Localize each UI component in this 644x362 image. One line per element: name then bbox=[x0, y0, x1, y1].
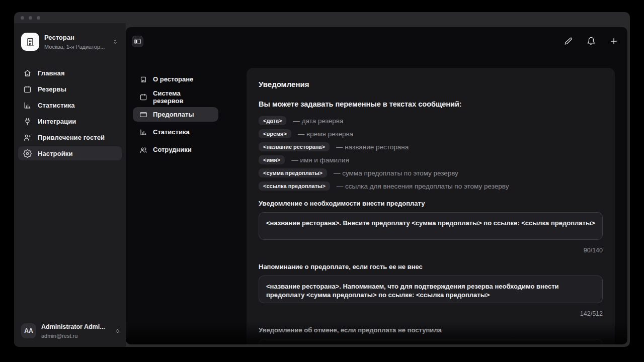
sidebar-item-label: Главная bbox=[38, 69, 65, 77]
variable-row: <сумма предоплаты> — сумма предоплаты по… bbox=[259, 168, 603, 178]
content-panel: О ресторане Система резервов Предоплаты … bbox=[126, 27, 627, 344]
home-icon bbox=[23, 69, 32, 77]
field-label-cancellation-notice: Уведомление об отмене, если предоплата н… bbox=[259, 326, 603, 334]
variable-description: — имя и фамилия bbox=[291, 156, 349, 164]
prepayment-reminder-textarea[interactable]: <название ресторана>. Напоминаем, что дл… bbox=[259, 276, 603, 303]
restaurant-selector[interactable]: Ресторан Москва, 1-я Радиатор... bbox=[21, 32, 119, 51]
building-icon bbox=[21, 33, 39, 51]
variable-tag: <название ресторана> bbox=[259, 142, 330, 151]
primary-sidebar: Ресторан Москва, 1-я Радиатор... Главная… bbox=[14, 23, 126, 347]
variables-heading: Вы можете задавать переменные в текстах … bbox=[259, 100, 603, 109]
sidebar-item-guest-acquisition[interactable]: Привлечение гостей bbox=[18, 130, 122, 144]
user-name: Administrator Admi... bbox=[41, 323, 105, 330]
settings-tab-label: Сотрудники bbox=[153, 146, 192, 153]
variable-description: — название ресторана bbox=[336, 143, 409, 151]
window-close-button[interactable] bbox=[21, 16, 24, 20]
field-label-prepayment-request: Уведомление о необходимости внести предо… bbox=[259, 200, 603, 208]
field-label-prepayment-reminder: Напоминание о предоплате, если гость ее … bbox=[259, 263, 603, 271]
window-zoom-button[interactable] bbox=[37, 16, 40, 20]
bar-chart-icon bbox=[139, 128, 147, 136]
plus-icon[interactable] bbox=[609, 37, 618, 46]
variable-tag: <имя> bbox=[259, 155, 285, 164]
sidebar-item-settings[interactable]: Настройки bbox=[18, 146, 122, 160]
window-titlebar bbox=[14, 12, 630, 23]
sidebar-item-label: Статистика bbox=[38, 102, 75, 109]
credit-card-icon bbox=[139, 111, 147, 119]
variable-tag: <время> bbox=[259, 129, 291, 138]
sidebar-item-label: Настройки bbox=[38, 150, 73, 157]
people-icon bbox=[139, 146, 147, 154]
page-title: Уведомления bbox=[259, 80, 603, 89]
window-controls[interactable] bbox=[21, 16, 40, 20]
variable-row: <имя> — имя и фамилия bbox=[259, 155, 603, 165]
header-actions bbox=[564, 37, 618, 46]
sidebar-item-label: Резервы bbox=[38, 85, 66, 93]
sidebar-item-label: Интеграции bbox=[38, 118, 76, 125]
settings-tab-label: О ресторане bbox=[153, 75, 193, 83]
calendar-icon bbox=[23, 85, 32, 94]
window-minimize-button[interactable] bbox=[29, 16, 32, 20]
avatar: AA bbox=[21, 323, 36, 338]
restaurant-location: Москва, 1-я Радиатор... bbox=[44, 44, 105, 50]
user-email: admin@rest.ru bbox=[41, 333, 77, 339]
bell-icon[interactable] bbox=[587, 37, 596, 46]
variable-tag: <дата> bbox=[259, 116, 286, 125]
settings-tab-label: Предоплаты bbox=[153, 111, 194, 118]
calendar-icon bbox=[139, 93, 147, 101]
plug-icon bbox=[23, 117, 32, 126]
sidebar-item-label: Привлечение гостей bbox=[38, 134, 105, 141]
variable-row: <время> — время резерва bbox=[259, 129, 603, 139]
sidebar-toggle-button[interactable] bbox=[132, 36, 143, 47]
sidebar-toggle-icon bbox=[134, 38, 141, 45]
sidebar-item-home[interactable]: Главная bbox=[18, 66, 122, 80]
variable-description: — ссылка для внесения предоплаты по этом… bbox=[337, 183, 509, 190]
variable-tag: <сумма предоплаты> bbox=[259, 168, 327, 177]
char-counter: 90/140 bbox=[259, 247, 603, 254]
storefront-icon bbox=[139, 75, 147, 83]
variable-description: — дата резерва bbox=[293, 117, 343, 125]
settings-tab-label: Статистика bbox=[153, 128, 190, 136]
sidebar-item-reserves[interactable]: Резервы bbox=[18, 82, 122, 96]
chevron-up-down-icon bbox=[114, 328, 121, 334]
chevron-up-down-icon bbox=[112, 38, 119, 45]
settings-tab-about[interactable]: О ресторане bbox=[133, 72, 218, 86]
app-window: Ресторан Москва, 1-я Радиатор... Главная… bbox=[14, 12, 630, 347]
settings-tab-employees[interactable]: Сотрудники bbox=[133, 142, 218, 157]
user-info: Administrator Admi... admin@rest.ru bbox=[41, 322, 109, 340]
user-account-selector[interactable]: AA Administrator Admi... admin@rest.ru bbox=[21, 323, 121, 339]
settings-tab-reserve-system[interactable]: Система резервов bbox=[133, 89, 218, 104]
gear-icon bbox=[23, 149, 32, 158]
cancellation-notice-textarea[interactable]: <название ресторана>. Мы не получили пре… bbox=[259, 339, 603, 344]
sidebar-item-integrations[interactable]: Интеграции bbox=[18, 114, 122, 128]
variable-row: <название ресторана> — название ресторан… bbox=[259, 142, 603, 152]
restaurant-name: Ресторан bbox=[44, 34, 74, 41]
sidebar-nav: Главная Резервы Статистика Интеграции bbox=[18, 66, 122, 162]
prepayment-request-textarea[interactable]: <название ресторана>. Внесите предоплату… bbox=[259, 212, 603, 240]
restaurant-info: Ресторан Москва, 1-я Радиатор... bbox=[44, 33, 107, 51]
char-counter: 142/512 bbox=[259, 310, 603, 318]
settings-tab-prepayments[interactable]: Предоплаты bbox=[133, 107, 218, 122]
variable-row: <дата> — дата резерва bbox=[259, 116, 603, 126]
sidebar-item-statistics[interactable]: Статистика bbox=[18, 98, 122, 112]
settings-nav: О ресторане Система резервов Предоплаты … bbox=[133, 72, 218, 160]
notifications-card: Уведомления Вы можете задавать переменны… bbox=[247, 68, 615, 344]
bar-chart-icon bbox=[23, 101, 32, 110]
pencil-icon[interactable] bbox=[564, 37, 573, 46]
variable-row: <ссылка предоплаты> — ссылка для внесени… bbox=[259, 181, 603, 191]
person-plus-icon bbox=[23, 133, 32, 142]
variable-description: — сумма предоплаты по этому резерву bbox=[334, 169, 458, 177]
settings-tab-label: Система резервов bbox=[153, 89, 212, 105]
variable-tag: <ссылка предоплаты> bbox=[259, 182, 330, 191]
variable-description: — время резерва bbox=[298, 130, 353, 138]
settings-tab-statistics[interactable]: Статистика bbox=[133, 125, 218, 139]
